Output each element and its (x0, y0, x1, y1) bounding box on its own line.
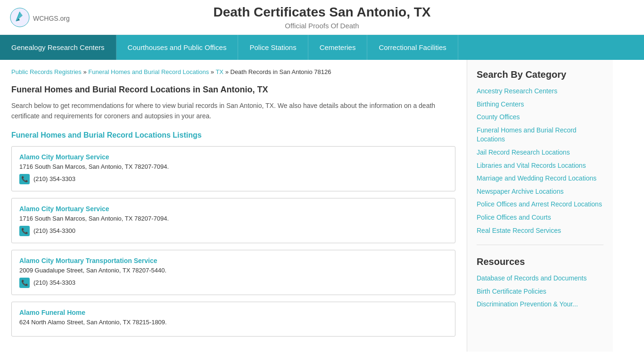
listing-address-2: 1716 South San Marcos, San Antonio, TX 7… (19, 215, 447, 222)
title-area: Death Certificates San Antonio, TX Offic… (213, 5, 430, 30)
listing-name-3[interactable]: Alamo City Mortuary Transportation Servi… (19, 257, 157, 264)
sidebar-link-birthing[interactable]: Birthing Centers (477, 100, 603, 109)
nav-item-police[interactable]: Police Stations (238, 35, 308, 60)
sidebar-category-title: Search By Category (477, 69, 603, 80)
listing-phone-2: 📞 (210) 354-3300 (19, 226, 447, 236)
listing-name-2[interactable]: Alamo City Mortuary Service (19, 205, 109, 213)
site-header: WCHGS.org Death Certificates San Antonio… (0, 0, 644, 35)
page-heading: Funeral Homes and Burial Record Location… (11, 85, 455, 95)
listings-heading[interactable]: Funeral Homes and Burial Record Location… (11, 131, 455, 140)
phone-icon-3: 📞 (19, 278, 30, 288)
listing-card: Alamo City Mortuary Transportation Servi… (11, 250, 455, 295)
sidebar-resources-title: Resources (477, 256, 603, 267)
sidebar-link-birth-cert[interactable]: Birth Certificate Policies (477, 287, 603, 296)
main-content: Public Records Registries » Funeral Home… (0, 60, 467, 352)
sidebar-link-database[interactable]: Database of Records and Documents (477, 274, 603, 283)
main-nav: Genealogy Research Centers Courthouses a… (0, 35, 644, 60)
listing-card: Alamo Funeral Home 624 North Alamo Stree… (11, 302, 455, 337)
listing-name-4[interactable]: Alamo Funeral Home (19, 309, 85, 316)
listing-name-1[interactable]: Alamo City Mortuary Service (19, 153, 109, 161)
nav-item-cemeteries[interactable]: Cemeteries (308, 35, 368, 60)
logo-brand-text: WCHGS.org (33, 11, 70, 24)
breadcrumb: Public Records Registries » Funeral Home… (11, 68, 455, 75)
breadcrumb-link-3[interactable]: TX (215, 68, 223, 75)
listing-address-3: 2009 Guadalupe Street, San Antonio, TX 7… (19, 267, 447, 274)
sidebar-link-police-courts[interactable]: Police Offices and Courts (477, 213, 603, 222)
nav-item-courthouses[interactable]: Courthouses and Public Offices (116, 35, 239, 60)
sidebar-link-funeral[interactable]: Funeral Homes and Burial Record Location… (477, 126, 603, 144)
sidebar-link-discrimination[interactable]: Discrimination Prevention & Your... (477, 300, 603, 309)
breadcrumb-link-1[interactable]: Public Records Registries (11, 68, 82, 75)
sidebar-divider (477, 245, 603, 245)
sidebar-link-real-estate[interactable]: Real Estate Record Services (477, 226, 603, 236)
breadcrumb-sep-3: » (225, 68, 229, 75)
phone-icon-2: 📞 (19, 226, 30, 236)
listing-card: Alamo City Mortuary Service 1716 South S… (11, 146, 455, 191)
nav-item-genealogy[interactable]: Genealogy Research Centers (0, 35, 116, 60)
logo-area[interactable]: WCHGS.org (9, 7, 70, 28)
sidebar-link-marriage[interactable]: Marriage and Wedding Record Locations (477, 174, 603, 183)
sidebar: Search By Category Ancestry Research Cen… (467, 60, 613, 352)
sidebar-link-jail[interactable]: Jail Record Research Locations (477, 148, 603, 157)
phone-icon-1: 📞 (19, 174, 30, 184)
sidebar-link-police-arrest[interactable]: Police Offices and Arrest Record Locatio… (477, 200, 603, 209)
sidebar-link-ancestry[interactable]: Ancestry Research Centers (477, 87, 603, 96)
page-main-title: Death Certificates San Antonio, TX (213, 5, 430, 20)
listing-address-4: 624 North Alamo Street, San Antonio, TX … (19, 319, 447, 326)
sidebar-link-libraries[interactable]: Libraries and Vital Records Locations (477, 161, 603, 171)
page-subtitle: Official Proofs Of Death (213, 22, 430, 30)
listing-phone-3: 📞 (210) 354-3303 (19, 278, 447, 288)
listing-address-1: 1716 South San Marcos, San Antonio, TX 7… (19, 163, 447, 170)
sidebar-link-county[interactable]: County Offices (477, 113, 603, 122)
page-description: Search below to get recommendations for … (11, 100, 455, 122)
breadcrumb-sep-1: » (83, 68, 86, 75)
breadcrumb-link-2[interactable]: Funeral Homes and Burial Record Location… (88, 68, 209, 75)
breadcrumb-current: Death Records in San Antonio 78126 (231, 68, 331, 75)
logo-icon (9, 7, 30, 28)
listing-card: Alamo City Mortuary Service 1716 South S… (11, 198, 455, 243)
nav-item-correctional[interactable]: Correctional Facilities (367, 35, 458, 60)
sidebar-link-newspaper[interactable]: Newspaper Archive Locations (477, 187, 603, 197)
listing-phone-1: 📞 (210) 354-3303 (19, 174, 447, 184)
breadcrumb-sep-2: » (211, 68, 214, 75)
content-area: Public Records Registries » Funeral Home… (0, 60, 644, 352)
